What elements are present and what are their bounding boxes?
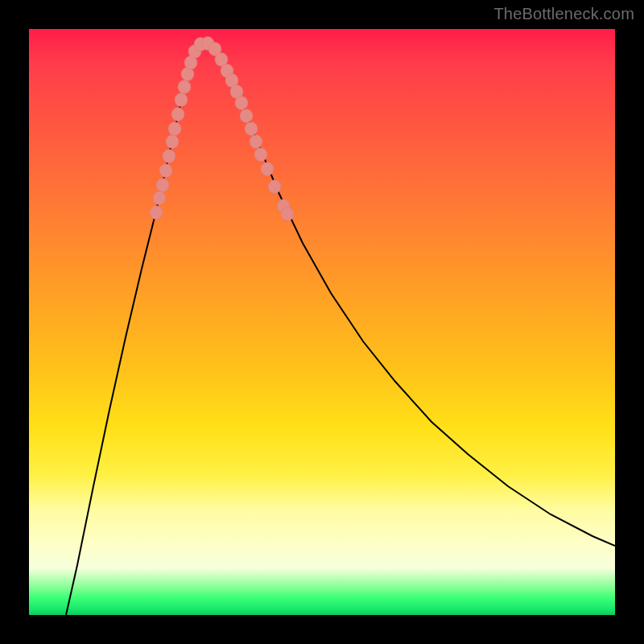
plot-area (29, 29, 615, 615)
data-bead (245, 122, 258, 136)
data-bead (235, 97, 248, 110)
curve-svg (29, 29, 615, 615)
bead-group (150, 37, 294, 221)
data-bead (168, 122, 181, 136)
data-bead (156, 179, 169, 192)
data-bead (281, 208, 294, 221)
data-bead (178, 80, 191, 94)
data-bead (254, 148, 267, 162)
data-bead (150, 206, 163, 220)
data-bead (166, 135, 179, 149)
data-bead (153, 192, 166, 205)
data-bead (171, 108, 184, 122)
data-bead (261, 163, 274, 176)
watermark-text: TheBottleneck.com (493, 5, 634, 23)
chart-frame: TheBottleneck.com (0, 0, 644, 644)
data-bead (159, 164, 172, 178)
bottleneck-curve (66, 43, 615, 615)
data-bead (240, 109, 253, 123)
data-bead (268, 180, 281, 194)
data-bead (175, 93, 188, 107)
data-bead (163, 150, 175, 163)
data-bead (250, 135, 262, 149)
